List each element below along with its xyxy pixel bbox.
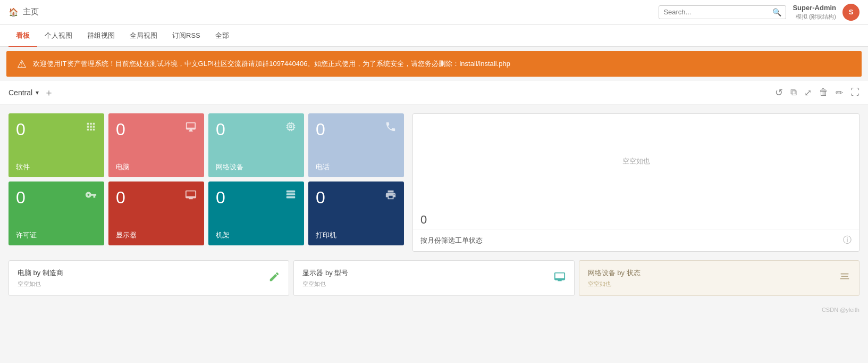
bottom-card-computer-by-maker[interactable]: 电脑 by 制造商 空空如也 — [9, 260, 289, 296]
bottom-card-monitor-left: 显示器 by 型号 空空如也 — [302, 268, 348, 288]
dashboard-toolbar: Central ▾ ＋ ↺ ⧉ ⤢ 🗑 ✏ ⛶ — [0, 81, 868, 105]
card-phone[interactable]: 0 电话 — [308, 113, 404, 177]
right-panel: 空空如也 0 按月份筛选工单状态 ⓘ — [412, 113, 859, 252]
add-dashboard-button[interactable]: ＋ — [44, 86, 54, 99]
dashboard-name-label: Central — [9, 88, 32, 97]
tabs-bar: 看板 个人视图 群组视图 全局视图 订阅RSS 全部 — [0, 24, 868, 47]
card-rack[interactable]: 0 机架 — [208, 182, 304, 245]
card-license-label: 许可证 — [16, 230, 97, 240]
right-panel-footer: 按月份筛选工单状态 ⓘ — [413, 229, 859, 251]
search-icon: 🔍 — [772, 8, 781, 16]
tab-global[interactable]: 全局视图 — [122, 26, 165, 47]
main-content: 0 软件 0 电脑 0 网络设备 0 电话 — [0, 105, 868, 260]
tab-group[interactable]: 群组视图 — [80, 26, 122, 47]
edit-button[interactable]: ✏ — [836, 87, 843, 98]
card-printer[interactable]: 0 打印机 — [308, 182, 404, 245]
header: 🏠 主页 🔍 Super-Admin 模拟 (附状结构) S — [0, 0, 868, 24]
info-icon[interactable]: ⓘ — [843, 235, 852, 246]
card-monitor[interactable]: 0 显示器 — [108, 182, 204, 245]
card-printer-label: 打印机 — [316, 230, 397, 240]
tab-rss[interactable]: 订阅RSS — [165, 26, 208, 47]
network-icon — [285, 121, 297, 136]
alert-icon: ⚠ — [17, 57, 27, 70]
card-monitor-label: 显示器 — [116, 230, 197, 240]
printer-icon — [385, 189, 397, 204]
bottom-card-computer-sub: 空空如也 — [18, 280, 63, 288]
card-computer-label: 电脑 — [116, 162, 197, 172]
card-software[interactable]: 0 软件 — [9, 113, 104, 177]
card-network[interactable]: 0 网络设备 — [208, 113, 304, 177]
svg-rect-2 — [286, 196, 296, 199]
card-software-label: 软件 — [16, 162, 97, 172]
bottom-card-network-title: 网络设备 by 状态 — [588, 268, 641, 278]
bottom-card-monitor-by-model[interactable]: 显示器 by 型号 空空如也 — [293, 260, 574, 296]
dashboard-name[interactable]: Central ▾ ＋ — [9, 86, 54, 99]
bottom-card-network-by-status[interactable]: 网络设备 by 状态 空空如也 — [579, 260, 859, 296]
avatar[interactable]: S — [842, 4, 859, 21]
right-panel-count: 0 — [413, 209, 859, 229]
right-panel-empty-text: 空空如也 — [413, 114, 859, 209]
license-icon — [85, 189, 97, 204]
card-phone-label: 电话 — [316, 162, 397, 172]
chevron-down-icon: ▾ — [36, 89, 39, 96]
delete-button[interactable]: 🗑 — [819, 87, 828, 98]
card-rack-label: 机架 — [216, 230, 297, 240]
card-computer[interactable]: 0 电脑 — [108, 113, 204, 177]
user-name: Super-Admin — [793, 4, 836, 13]
user-info: Super-Admin 模拟 (附状结构) — [793, 4, 836, 20]
bottom-card-monitor-title: 显示器 by 型号 — [302, 268, 348, 278]
card-network-label: 网络设备 — [216, 162, 297, 172]
software-icon — [85, 121, 97, 135]
bottom-card-network-sub: 空空如也 — [588, 280, 641, 288]
tab-personal[interactable]: 个人视图 — [37, 26, 80, 47]
svg-rect-0 — [286, 191, 296, 193]
tab-kanban[interactable]: 看板 — [9, 26, 37, 47]
alert-banner: ⚠ 欢迎使用IT资产管理系统！目前您处在测试环境，中文GLPI社区交流群请加群1… — [6, 51, 862, 77]
home-label: 主页 — [23, 7, 39, 17]
tab-all[interactable]: 全部 — [208, 26, 237, 47]
bottom-cards: 电脑 by 制造商 空空如也 显示器 by 型号 空空如也 网络设备 by 状态… — [0, 260, 868, 304]
rack-icon — [285, 189, 297, 204]
bottom-card-computer-title: 电脑 by 制造商 — [18, 268, 63, 278]
phone-icon — [385, 121, 397, 136]
search-box[interactable]: 🔍 — [659, 5, 786, 19]
header-right: 🔍 Super-Admin 模拟 (附状结构) S — [659, 4, 859, 21]
bottom-card-network-left: 网络设备 by 状态 空空如也 — [588, 268, 641, 288]
share-button[interactable]: ⤢ — [804, 87, 812, 98]
search-input[interactable] — [663, 8, 772, 16]
network-bottom-icon — [839, 271, 850, 286]
svg-rect-1 — [286, 193, 296, 195]
right-panel-footer-label: 按月份筛选工单状态 — [420, 236, 483, 245]
footer-credit: CSDN @yleith — [0, 304, 868, 315]
copy-button[interactable]: ⧉ — [790, 87, 797, 98]
cards-grid: 0 软件 0 电脑 0 网络设备 0 电话 — [9, 113, 404, 252]
card-license[interactable]: 0 许可证 — [9, 182, 104, 245]
edit-icon — [268, 271, 280, 286]
alert-message: 欢迎使用IT资产管理系统！目前您处在测试环境，中文GLPI社区交流群请加群109… — [33, 59, 510, 69]
history-button[interactable]: ↺ — [775, 87, 783, 98]
fullscreen-button[interactable]: ⛶ — [850, 87, 859, 98]
monitor-icon — [185, 189, 197, 204]
monitor-bottom-icon — [554, 271, 566, 286]
home-icon: 🏠 — [9, 7, 19, 17]
bottom-card-monitor-sub: 空空如也 — [302, 280, 348, 288]
dashboard-actions: ↺ ⧉ ⤢ 🗑 ✏ ⛶ — [775, 87, 859, 98]
bottom-card-computer-left: 电脑 by 制造商 空空如也 — [18, 268, 63, 288]
user-role: 模拟 (附状结构) — [793, 13, 836, 20]
home-nav[interactable]: 🏠 主页 — [9, 7, 39, 17]
computer-icon — [185, 121, 197, 136]
